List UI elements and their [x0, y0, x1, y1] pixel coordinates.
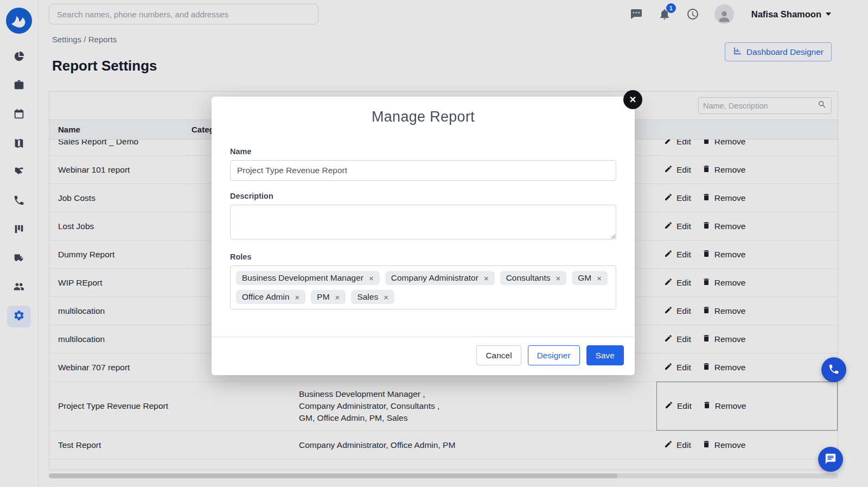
role-chip: PM ×	[311, 290, 346, 304]
role-chip: GM ×	[572, 271, 608, 285]
role-chip: Office Admin ×	[236, 290, 305, 304]
report-description-input[interactable]	[230, 205, 616, 239]
roles-label: Roles	[230, 252, 616, 261]
save-button[interactable]: Save	[586, 345, 624, 365]
designer-button[interactable]: Designer	[528, 345, 580, 365]
remove-role-icon[interactable]: ×	[295, 293, 300, 301]
cancel-button[interactable]: Cancel	[476, 345, 521, 365]
remove-role-icon[interactable]: ×	[556, 274, 561, 282]
name-label: Name	[230, 147, 616, 156]
manage-report-modal: ✕ Manage Report Name Description Roles B…	[212, 97, 635, 375]
remove-role-icon[interactable]: ×	[597, 274, 602, 282]
modal-footer: Cancel Designer Save	[212, 337, 635, 375]
chat-floating-button[interactable]	[818, 447, 843, 472]
close-button[interactable]: ✕	[623, 90, 642, 109]
phone-icon	[828, 363, 840, 377]
remove-role-icon[interactable]: ×	[369, 274, 374, 282]
roles-input[interactable]: Business Development Manager × Company A…	[230, 265, 616, 309]
call-floating-button[interactable]	[821, 357, 846, 382]
role-chip: Company Administrator ×	[385, 271, 495, 285]
role-chip: Consultants ×	[500, 271, 567, 285]
description-label: Description	[230, 192, 616, 200]
modal-title: Manage Report	[212, 97, 635, 125]
report-name-input[interactable]	[230, 160, 616, 181]
role-chip: Sales ×	[351, 290, 394, 304]
close-icon: ✕	[629, 96, 636, 104]
role-chip: Business Development Manager ×	[236, 271, 380, 285]
remove-role-icon[interactable]: ×	[335, 293, 340, 301]
chat-icon	[825, 453, 837, 466]
remove-role-icon[interactable]: ×	[484, 274, 489, 282]
remove-role-icon[interactable]: ×	[384, 293, 388, 301]
